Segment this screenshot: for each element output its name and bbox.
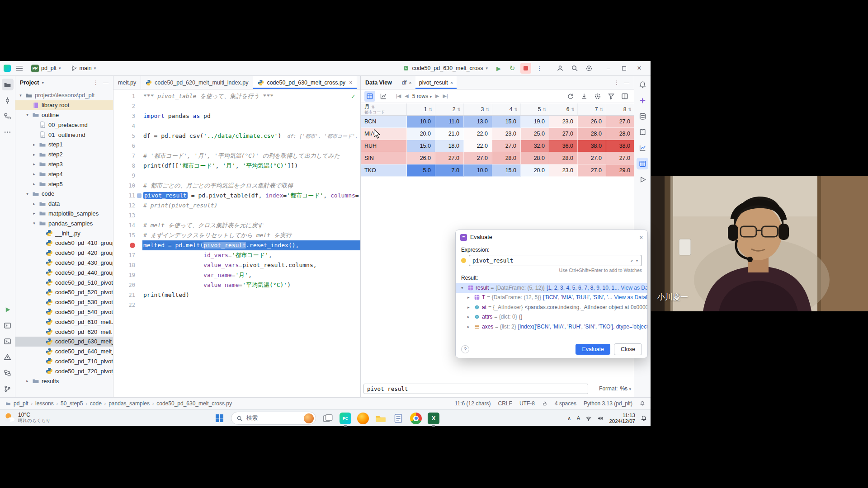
tree-chevron-icon[interactable]: ▸ — [32, 182, 37, 186]
close-tab-icon[interactable]: × — [409, 80, 411, 85]
notification-bell-icon[interactable] — [641, 415, 647, 422]
rerun-button[interactable]: ↻ — [507, 63, 518, 74]
more-icon[interactable] — [2, 126, 14, 138]
gutter-line-number[interactable]: 14 — [113, 221, 142, 230]
tree-chevron-icon[interactable]: ▸ — [32, 162, 37, 166]
code-line[interactable]: 10# 都市ごとの、月ごとの平均気温をクロス集計表で取得 — [113, 181, 360, 191]
tree-item[interactable]: ▸step3 — [15, 160, 113, 169]
first-page-icon[interactable]: |◀ — [396, 93, 401, 99]
row-index-cell[interactable]: RUH — [361, 140, 407, 152]
breadcrumb-item[interactable]: lessons — [35, 400, 54, 407]
cell[interactable]: 20.0 — [407, 128, 435, 140]
download-icon[interactable] — [579, 91, 590, 102]
minimize-button[interactable]: – — [601, 62, 616, 75]
data-view-icon[interactable] — [637, 158, 648, 169]
column-header[interactable]: 3 ⇅ — [464, 103, 492, 115]
gutter-line-number[interactable]: 3 — [113, 111, 142, 121]
tree-item[interactable]: code50_pd_630_melt_cross.py — [15, 337, 113, 347]
cell[interactable]: 10.0 — [407, 116, 435, 128]
cell[interactable]: 15.0 — [407, 140, 435, 152]
tree-item[interactable]: ▸results — [15, 376, 113, 386]
close-button[interactable]: × — [632, 62, 647, 75]
cell[interactable]: 19.0 — [521, 116, 549, 128]
cell[interactable]: 28.0 — [549, 152, 578, 164]
result-tree-row[interactable]: ▾result = {DataFrame: (5, 12)} [1, 2, 3,… — [456, 283, 647, 293]
cell[interactable]: 26.0 — [578, 116, 606, 128]
row-index-cell[interactable]: MIA — [361, 128, 407, 140]
run-config-selector[interactable]: code50_pd_630_melt_cross ▾ — [400, 64, 491, 73]
tree-chevron-icon[interactable]: ▾ — [18, 93, 23, 98]
chevron-down-icon[interactable]: ▾ — [636, 258, 638, 263]
cell[interactable]: 23.0 — [492, 128, 521, 140]
weather-widget[interactable]: 10°C晴れのちくもり — [4, 412, 50, 423]
cell[interactable]: 15.0 — [492, 116, 521, 128]
database-icon[interactable] — [637, 110, 648, 122]
cell[interactable]: 36.0 — [549, 140, 578, 152]
cell[interactable]: 7.0 — [435, 164, 464, 177]
result-tree-row[interactable]: ▸T = {DataFrame: (12, 5)} ['BCN', 'MIA',… — [456, 293, 647, 303]
tree-item[interactable]: code50_pd_640_melt_cross_multi_lab — [15, 347, 113, 357]
chrome-icon[interactable] — [410, 413, 422, 424]
python-console-icon[interactable] — [2, 319, 14, 331]
project-icon[interactable] — [2, 79, 14, 90]
gutter-line-number[interactable]: 19 — [113, 270, 142, 280]
ai-assistant-icon[interactable] — [637, 94, 648, 106]
code-line[interactable]: 11pivot_result = pd.pivot_table(df, inde… — [113, 191, 360, 201]
tree-chevron-icon[interactable]: ▾ — [25, 192, 30, 196]
tree-item[interactable]: code50_pd_420_groupby_multi.py — [15, 248, 113, 258]
tree-chevron-icon[interactable]: ▸ — [32, 211, 37, 216]
wifi-icon[interactable] — [585, 415, 592, 422]
gutter-line-number[interactable]: 18 — [113, 260, 142, 270]
commit-icon[interactable] — [2, 94, 14, 106]
row-index-cell[interactable]: TKO — [361, 164, 407, 177]
sort-icon[interactable]: ⇅ — [542, 107, 546, 112]
excel-icon[interactable]: X — [428, 413, 439, 424]
cell[interactable]: 13.0 — [464, 116, 492, 128]
data-view-tab[interactable]: pivot_result× — [415, 76, 457, 89]
tree-chevron-icon[interactable]: ▸ — [32, 172, 37, 176]
notifications-icon[interactable] — [640, 401, 645, 406]
tree-item[interactable]: code50_pd_410_groupby.py — [15, 238, 113, 248]
filter-icon[interactable] — [606, 91, 617, 102]
cell[interactable]: 23.0 — [549, 116, 578, 128]
gutter-line-number[interactable]: 1 — [113, 91, 142, 101]
hide-panel-icon[interactable]: — — [103, 80, 108, 86]
breadcrumb-item[interactable]: pd_plt — [14, 400, 28, 407]
gutter-line-number[interactable]: 6 — [113, 141, 142, 151]
caret-position[interactable]: 11:6 (12 chars) — [455, 400, 491, 407]
code-line[interactable]: 19 var_name='月', — [113, 270, 360, 280]
code-line[interactable]: melted = pd.melt(pivot_result.reset_inde… — [113, 240, 360, 250]
code-line[interactable]: 18 value_vars=pivot_result.columns, — [113, 260, 360, 270]
user-avatar-icon[interactable] — [555, 63, 566, 74]
ime-icon[interactable]: A — [576, 415, 580, 422]
gutter-line-number[interactable]: 17 — [113, 250, 142, 260]
evaluate-dialog-header[interactable]: = Evaluate × — [456, 230, 647, 244]
code-line[interactable]: 17 id_vars='都市コード', — [113, 250, 360, 260]
cell[interactable]: 28.0 — [606, 128, 634, 140]
tree-item[interactable]: code50_pd_530_pivot_table_cross.py — [15, 297, 113, 307]
breadcrumb-item[interactable]: 50_step5 — [61, 400, 83, 407]
tree-item[interactable]: ▾code — [15, 189, 113, 199]
gutter-line-number[interactable]: 11 — [113, 191, 142, 201]
tree-chevron-icon[interactable]: ▸ — [32, 202, 37, 206]
explorer-icon[interactable] — [375, 413, 387, 424]
prev-page-icon[interactable]: ◀ — [405, 93, 408, 99]
gutter-line-number[interactable]: 9 — [113, 171, 142, 181]
sort-icon[interactable]: ⇅ — [514, 107, 518, 112]
gutter-line-number[interactable]: 15 — [113, 230, 142, 240]
breakpoint-dot[interactable] — [130, 243, 135, 248]
tray-chevron-icon[interactable]: ∧ — [567, 415, 571, 422]
search-everywhere-icon[interactable] — [569, 63, 580, 74]
tree-item[interactable]: code50_pd_620_melt_multi_index.py — [15, 327, 113, 337]
taskbar-search[interactable]: 検索 — [231, 412, 316, 425]
cell[interactable]: 28.0 — [521, 152, 549, 164]
vcs-branch-selector[interactable]: main ▾ — [68, 64, 99, 73]
bookmark-icon[interactable] — [137, 193, 142, 198]
reload-icon[interactable] — [565, 91, 576, 102]
tree-item[interactable]: code50_pd_720_pivot_redundant.py — [15, 366, 113, 376]
code-line[interactable]: 6 — [113, 141, 360, 151]
code-line[interactable]: 12# print(pivot_result) — [113, 201, 360, 211]
settings-gear-icon[interactable] — [584, 63, 594, 74]
sort-icon[interactable]: ⇅ — [429, 107, 432, 112]
tree-item[interactable]: ▸step5 — [15, 179, 113, 189]
